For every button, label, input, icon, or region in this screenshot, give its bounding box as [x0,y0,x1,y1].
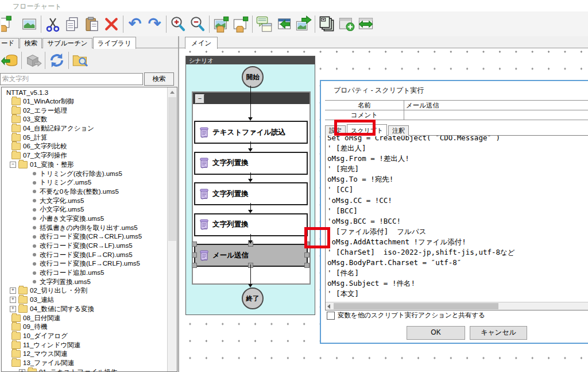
tree-item[interactable]: 改行コード変換(LF→CRLF).ums5 [2,259,167,269]
tree-item[interactable]: 06_文字列比較 [2,142,167,151]
tab-subroutine[interactable]: サブルーチン [42,38,92,48]
tree-item[interactable]: 小文字化.ums5 [2,205,167,214]
expand-icon[interactable]: + [10,287,16,294]
tree-item[interactable]: 大文字化.ums5 [2,196,167,205]
tree-item-label: 改行コード変換(CR→CRLF).ums5 [40,232,142,241]
selection-handle[interactable] [192,263,197,268]
tree-item[interactable]: 12_マウス関連 [2,350,167,359]
window-plus-icon[interactable] [336,14,356,34]
hscroll-thumb[interactable] [334,303,498,309]
tab-annotation[interactable]: 注釈 [388,125,409,136]
tree-item[interactable]: 改行コード変換(CR→CRLF).ums5 [2,232,167,241]
tree-item[interactable]: 11_ウィンドウ関連 [2,340,167,350]
tree-item[interactable]: 08_日付関連 [2,313,167,323]
share-variables-checkbox[interactable] [327,312,335,320]
tree-item-label: 文字列置換.ums5 [40,278,91,286]
collapse-icon[interactable]: − [10,162,16,168]
selection-handle[interactable] [192,241,197,247]
tree-item[interactable]: −01_変換・整形 [2,160,167,170]
tree-item[interactable]: 03_変数 [2,115,167,124]
flow-node-label: 文字列置換 [212,158,249,168]
tree-item[interactable]: 小書き文字変換.ums5 [2,214,167,224]
flow-node-0[interactable]: テキストファイル読込 [194,121,308,144]
tree-item[interactable]: 文字列置換.ums5 [2,277,167,286]
tree-item[interactable]: 04_自動記録アクション [2,124,167,133]
folder-search-icon[interactable] [71,50,90,71]
comment-field[interactable] [404,110,588,120]
import-library-icon[interactable] [0,50,20,71]
copy-icon[interactable] [63,14,82,34]
tab-search[interactable]: 検索 [20,38,42,48]
end-node[interactable]: 終了 [242,287,264,309]
tree-item-label: 括弧書きの内側を取り出す.ums5 [40,224,138,232]
stacked-windows-icon[interactable] [317,14,336,34]
script-text[interactable]: Set oMsg = CreateObject( ″CDO.Message″ )… [327,135,588,300]
tree-item[interactable]: 05_計算 [2,133,167,142]
tree-item[interactable]: 01_WinActor制御 [2,97,167,106]
hand-clipped-icon[interactable] [0,14,20,34]
ok-button[interactable]: OK [407,326,465,340]
tab-library[interactable]: ライブラリ [93,37,136,49]
scroll-left-icon[interactable] [326,302,333,310]
zoom-in-icon[interactable] [168,14,188,34]
tree-item[interactable]: 改行コード変換(LF→CR).ums5 [2,250,167,259]
name-field[interactable]: メール送信 [404,101,588,110]
library-node-icon [33,199,36,202]
library-node-icon [33,244,36,248]
zoom-out-icon[interactable] [188,14,207,34]
selection-handle[interactable] [304,252,310,258]
cut-icon[interactable] [43,14,63,34]
refresh-icon[interactable] [47,50,67,71]
tree-item[interactable]: +03_連結 [2,296,167,305]
selection-handle[interactable] [304,263,310,268]
tree-item[interactable]: 13_ファイル関連 [2,359,167,368]
comment-window-icon[interactable] [254,14,274,34]
tree-item[interactable]: 改行コード変換(CR→LF).ums5 [2,241,167,251]
image-arrow-right-icon[interactable] [293,14,313,34]
flow-node-label: 文字列置換 [212,189,249,199]
export-cube-icon[interactable] [24,50,43,71]
tree-item[interactable]: 02_エラー処理 [2,106,167,115]
paste-icon[interactable] [82,14,102,34]
tab-main[interactable]: メイン [185,37,218,49]
script-hscrollbar[interactable] [326,302,588,310]
window-arrow-left-icon[interactable] [274,14,293,34]
tree-item[interactable]: 改行コード追加.ums5 [2,269,167,278]
tree-item[interactable]: 10_ダイアログ [2,332,167,341]
run-blank-icon[interactable] [231,14,250,34]
window-sync-icon[interactable] [356,14,376,34]
start-node[interactable]: 開始 [242,66,264,88]
search-button[interactable]: 検索 [144,72,174,86]
expand-icon[interactable]: + [10,297,16,303]
tree-item[interactable]: +01_テキストファイル操作 [2,367,167,371]
tree-item[interactable]: NTTAT_v5.1.3 [2,88,167,97]
tree-item[interactable]: 07_文字列操作 [2,151,167,160]
tree-item[interactable]: +04_数値に関する変換 [2,305,167,314]
flow-node-3[interactable]: 文字列置換 [194,213,308,236]
image-icon[interactable] [20,14,39,34]
run-image-icon[interactable] [211,14,231,34]
redo-icon[interactable]: ↷ [145,14,164,34]
collapse-button[interactable]: − [195,94,204,103]
tree-item[interactable]: +02_切り出し・分割 [2,286,167,296]
script-editor[interactable]: Set oMsg = CreateObject( ″CDO.Message″ )… [325,135,588,310]
scroll-up-icon[interactable] [168,87,177,97]
library-node-icon [33,208,36,212]
undo-icon[interactable]: ↶ [125,14,145,34]
expand-icon[interactable]: + [10,306,16,312]
scroll-thumb[interactable] [168,97,176,241]
flow-node-1[interactable]: 文字列置換 [194,152,308,175]
expand-icon[interactable]: + [19,369,25,371]
tree-item[interactable]: 不要な0を除去(整数).ums5 [2,187,167,197]
tab-node[interactable]: ード [0,38,19,48]
flow-node-2[interactable]: 文字列置換 [194,182,308,205]
tree-item[interactable]: 括弧書きの内側を取り出す.ums5 [2,223,167,232]
tree-scrollbar[interactable] [167,87,177,371]
selection-handle[interactable] [192,252,197,258]
tree-item[interactable]: トリミング.ums5 [2,178,167,187]
cancel-button[interactable]: キャンセル [470,326,527,340]
search-input[interactable]: 索文字列 [0,73,143,85]
delete-icon[interactable] [102,14,121,34]
tree-item[interactable]: トリミング(改行除去).ums5 [2,169,167,178]
tree-item[interactable]: 09_待機 [2,323,167,332]
